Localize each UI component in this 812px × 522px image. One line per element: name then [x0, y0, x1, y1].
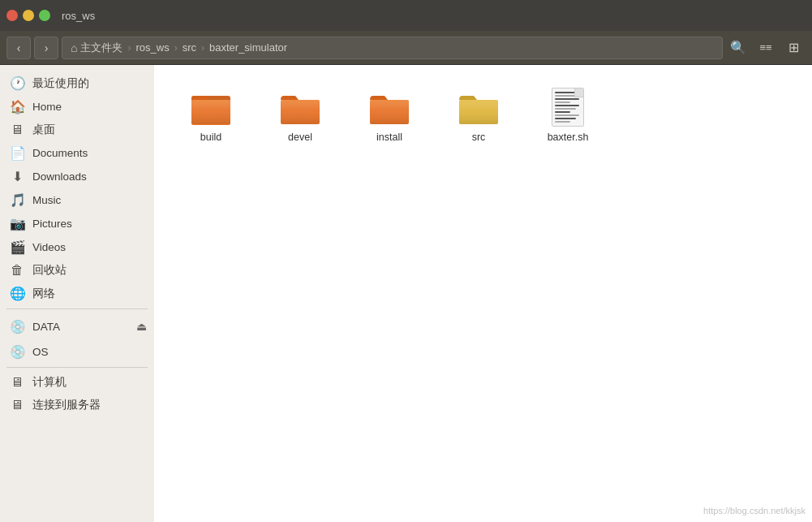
connect-icon: 🖥 [10, 398, 24, 412]
recent-icon: 🕐 [10, 75, 24, 91]
back-icon: ‹ [17, 41, 21, 54]
sidebar-item-trash[interactable]: 🗑 回收站 [0, 259, 154, 282]
sidebar-item-pictures-label: Pictures [32, 218, 144, 230]
titlebar: ros_ws [0, 0, 812, 31]
breadcrumb-bar: ⌂ 主文件夹 › ros_ws › src › baxter_simulator [62, 37, 723, 59]
folder-build-icon [191, 88, 230, 127]
sidebar-item-music-label: Music [32, 194, 144, 206]
sidebar-item-data[interactable]: 💿 DATA ⏏ [0, 313, 154, 340]
grid-view-button[interactable]: ⊞ [781, 37, 806, 59]
home-icon: ⌂ [71, 41, 77, 54]
videos-icon: 🎬 [10, 239, 24, 255]
sidebar-item-os[interactable]: 💿 OS [0, 340, 154, 364]
desktop-icon: 🖥 [10, 123, 24, 137]
toolbar-right: 🔍 ≡≡ ⊞ [726, 37, 806, 59]
breadcrumb-src-label: src [183, 41, 196, 54]
breadcrumb-src[interactable]: src [179, 41, 200, 54]
breadcrumb-ros_ws-label: ros_ws [135, 41, 169, 54]
sidebar-item-computer-label: 计算机 [32, 375, 144, 390]
file-item-baxter-sh-label: baxter.sh [548, 132, 589, 143]
data-drive-icon: 💿 [10, 319, 24, 334]
sidebar-item-home-label: Home [32, 101, 144, 113]
breadcrumb-baxter-label: baxter_simulator [209, 41, 287, 54]
sidebar-item-connect[interactable]: 🖥 连接到服务器 [0, 394, 154, 416]
sidebar-item-trash-label: 回收站 [32, 263, 144, 278]
breadcrumb-baxter_simulator[interactable]: baxter_simulator [206, 41, 290, 54]
sidebar-divider-1 [6, 308, 148, 309]
sidebar-item-videos[interactable]: 🎬 Videos [0, 235, 154, 259]
home-icon: 🏠 [10, 99, 24, 114]
sidebar-item-downloads[interactable]: ⬇ Downloads [0, 165, 154, 188]
forward-icon: › [45, 41, 49, 54]
breadcrumb-sep-3: › [201, 42, 204, 54]
trash-icon: 🗑 [10, 263, 24, 278]
breadcrumb-sep-1: › [127, 42, 131, 54]
sidebar-item-data-label: DATA [32, 321, 60, 333]
sidebar-item-videos-label: Videos [32, 241, 144, 253]
eject-icon: ⏏ [136, 320, 147, 333]
sidebar-item-connect-label: 连接到服务器 [32, 398, 144, 412]
sidebar-item-network[interactable]: 🌐 网络 [0, 282, 154, 305]
sidebar-item-pictures[interactable]: 📷 Pictures [0, 212, 154, 235]
list-view-button[interactable]: ≡≡ [754, 37, 778, 59]
grid-view-icon: ⊞ [788, 40, 799, 55]
downloads-icon: ⬇ [10, 169, 24, 184]
file-item-devel[interactable]: devel [260, 81, 341, 149]
sidebar-item-downloads-label: Downloads [32, 170, 144, 183]
window-controls [6, 10, 50, 21]
folder-src-icon [459, 88, 498, 127]
sidebar-item-desktop[interactable]: 🖥 桌面 [0, 119, 154, 141]
data-eject-button[interactable]: ⏏ [131, 317, 151, 336]
search-icon: 🔍 [730, 40, 746, 55]
network-icon: 🌐 [10, 286, 24, 301]
sidebar-item-computer[interactable]: 🖥 计算机 [0, 371, 154, 394]
close-button[interactable] [6, 10, 18, 21]
file-item-build-label: build [200, 132, 221, 143]
toolbar: ‹ › ⌂ 主文件夹 › ros_ws › src › baxter_simul… [0, 31, 812, 65]
sidebar-divider-2 [6, 367, 148, 368]
breadcrumb-home-label: 主文件夹 [80, 41, 122, 55]
file-item-src[interactable]: src [438, 81, 519, 149]
computer-icon: 🖥 [10, 375, 24, 390]
forward-button[interactable]: › [34, 37, 58, 59]
folder-install-icon [370, 88, 409, 127]
breadcrumb-ros_ws[interactable]: ros_ws [132, 41, 172, 54]
file-item-src-label: src [472, 132, 486, 143]
main-layout: 🕐 最近使用的 🏠 Home 🖥 桌面 📄 Documents ⬇ Downlo… [0, 65, 812, 522]
sidebar-item-recent-label: 最近使用的 [32, 76, 144, 91]
sidebar: 🕐 最近使用的 🏠 Home 🖥 桌面 📄 Documents ⬇ Downlo… [0, 65, 154, 522]
svg-rect-7 [370, 100, 409, 124]
sidebar-item-desktop-label: 桌面 [32, 123, 144, 137]
file-item-install[interactable]: install [349, 81, 430, 149]
breadcrumb-home[interactable]: ⌂ 主文件夹 [67, 41, 126, 55]
back-button[interactable]: ‹ [6, 37, 31, 59]
sidebar-item-documents[interactable]: 📄 Documents [0, 141, 154, 165]
search-button[interactable]: 🔍 [726, 37, 750, 59]
documents-icon: 📄 [10, 145, 24, 161]
window-title: ros_ws [62, 10, 95, 22]
content-area: build devel [154, 65, 812, 522]
list-view-icon: ≡≡ [759, 41, 771, 54]
file-item-devel-label: devel [288, 132, 312, 143]
breadcrumb-sep-2: › [174, 42, 178, 54]
file-item-build[interactable]: build [170, 81, 251, 149]
svg-rect-5 [281, 100, 320, 124]
maximize-button[interactable] [39, 10, 50, 21]
svg-rect-3 [191, 100, 230, 124]
file-item-install-label: install [376, 132, 402, 143]
sidebar-item-network-label: 网络 [32, 287, 144, 301]
sidebar-item-documents-label: Documents [32, 147, 144, 159]
folder-devel-icon [281, 88, 320, 127]
pictures-icon: 📷 [10, 216, 24, 231]
sidebar-item-home[interactable]: 🏠 Home [0, 95, 154, 119]
script-file-icon [548, 88, 587, 127]
os-drive-icon: 💿 [10, 344, 24, 360]
sidebar-item-recent[interactable]: 🕐 最近使用的 [0, 71, 154, 95]
sidebar-item-music[interactable]: 🎵 Music [0, 188, 154, 212]
minimize-button[interactable] [23, 10, 34, 21]
file-item-baxter-sh[interactable]: baxter.sh [527, 81, 608, 149]
sidebar-item-os-label: OS [32, 346, 144, 358]
music-icon: 🎵 [10, 192, 24, 208]
svg-rect-9 [459, 100, 498, 124]
